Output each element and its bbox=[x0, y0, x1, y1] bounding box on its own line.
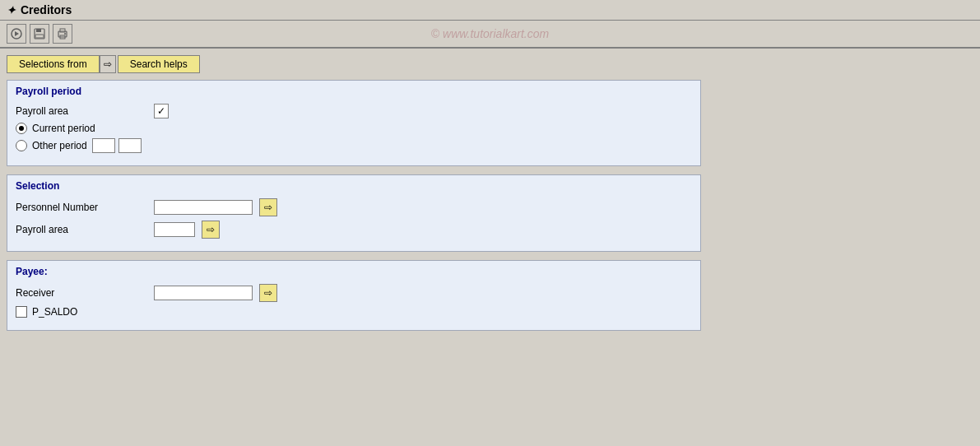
selection-payroll-area-row: Payroll area ⇨ bbox=[16, 221, 692, 239]
personnel-number-label: Personnel Number bbox=[16, 202, 147, 213]
toolbar-btn-1[interactable] bbox=[7, 24, 26, 44]
current-period-radio[interactable] bbox=[16, 123, 27, 134]
receiver-row: Receiver ⇨ bbox=[16, 284, 692, 302]
payee-section: Payee: Receiver ⇨ P_SALDO bbox=[7, 260, 701, 331]
payroll-area-label: Payroll area bbox=[16, 105, 147, 117]
selection-title: Selection bbox=[16, 180, 692, 192]
toolbar: © www.tutorialkart.com bbox=[0, 21, 980, 49]
p-saldo-checkbox[interactable] bbox=[16, 306, 27, 318]
payroll-area-checkbox[interactable]: ✓ bbox=[154, 104, 169, 118]
watermark: © www.tutorialkart.com bbox=[431, 27, 549, 40]
tab-selections-from[interactable]: Selections from bbox=[7, 55, 100, 73]
period-inputs bbox=[92, 138, 142, 153]
personnel-number-arrow-btn[interactable]: ⇨ bbox=[259, 198, 277, 216]
toolbar-btn-2[interactable] bbox=[30, 24, 49, 44]
other-period-radio[interactable] bbox=[16, 140, 27, 151]
payee-title: Payee: bbox=[16, 266, 692, 277]
personnel-number-input[interactable] bbox=[154, 200, 253, 215]
svg-rect-3 bbox=[35, 35, 44, 38]
period-input-1[interactable] bbox=[92, 138, 115, 153]
tab-arrow-icon: ⇨ bbox=[100, 55, 116, 73]
payroll-period-section: Payroll period Payroll area ✓ Current pe… bbox=[7, 80, 701, 166]
receiver-label: Receiver bbox=[16, 287, 147, 299]
payroll-area-row: Payroll area ✓ bbox=[16, 104, 692, 118]
selection-payroll-area-input[interactable] bbox=[154, 222, 195, 237]
p-saldo-label: P_SALDO bbox=[32, 306, 77, 318]
title-bar: ✦ Creditors bbox=[0, 0, 980, 21]
selection-payroll-area-arrow-btn[interactable]: ⇨ bbox=[202, 221, 220, 239]
title-icon: ✦ bbox=[7, 4, 16, 16]
tab-bar: Selections from ⇨ Search helps bbox=[7, 55, 701, 73]
period-input-2[interactable] bbox=[118, 138, 142, 153]
selection-section: Selection Personnel Number ⇨ Payroll are… bbox=[7, 174, 701, 252]
main-content: Selections from ⇨ Search helps Payroll p… bbox=[0, 49, 708, 346]
svg-point-7 bbox=[64, 33, 66, 35]
receiver-input[interactable] bbox=[154, 286, 253, 300]
toolbar-btn-3[interactable] bbox=[53, 24, 72, 44]
selection-payroll-area-label: Payroll area bbox=[16, 224, 147, 235]
receiver-arrow-btn[interactable]: ⇨ bbox=[259, 284, 277, 302]
title-text: Creditors bbox=[21, 3, 72, 16]
payroll-period-title: Payroll period bbox=[16, 86, 692, 97]
svg-rect-2 bbox=[36, 29, 41, 32]
p-saldo-row: P_SALDO bbox=[16, 306, 692, 318]
tab-search-helps[interactable]: Search helps bbox=[118, 55, 200, 73]
personnel-number-row: Personnel Number ⇨ bbox=[16, 198, 692, 216]
other-period-row: Other period bbox=[16, 138, 692, 153]
current-period-row: Current period bbox=[16, 123, 692, 134]
current-period-label: Current period bbox=[32, 123, 95, 134]
other-period-label: Other period bbox=[32, 140, 87, 151]
